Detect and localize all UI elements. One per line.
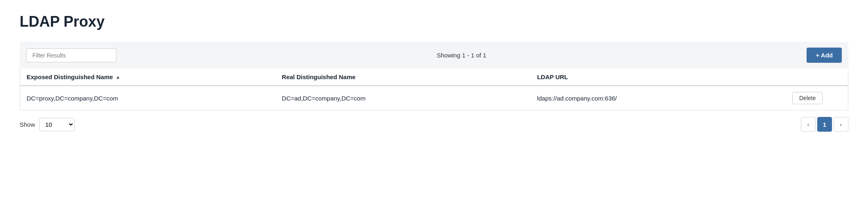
pagination-prev-button[interactable]: ‹ bbox=[801, 117, 816, 132]
cell-ldap-url: ldaps://ad.company.com:636/ bbox=[537, 95, 792, 102]
add-button[interactable]: + Add bbox=[807, 48, 842, 63]
col-header-ldap-url: LDAP URL bbox=[537, 73, 792, 80]
delete-button[interactable]: Delete bbox=[792, 92, 823, 104]
col-header-real-dn: Real Distinguished Name bbox=[282, 73, 537, 80]
sort-icon-exposed-dn[interactable]: ▲ bbox=[115, 74, 120, 80]
chevron-right-icon: › bbox=[840, 121, 842, 128]
page-title: LDAP Proxy bbox=[20, 13, 848, 30]
footer: Show 10 25 50 100 ‹ 1 › bbox=[20, 110, 848, 135]
chevron-left-icon: ‹ bbox=[807, 121, 809, 128]
cell-exposed-dn: DC=proxy,DC=company,DC=com bbox=[27, 95, 282, 102]
show-section: Show 10 25 50 100 bbox=[20, 118, 75, 131]
pagination-next-button[interactable]: › bbox=[834, 117, 848, 132]
table-header: Exposed Distinguished Name ▲ Real Distin… bbox=[20, 69, 848, 86]
toolbar: Showing 1 - 1 of 1 + Add bbox=[20, 42, 848, 69]
show-label: Show bbox=[20, 121, 35, 128]
pagination: ‹ 1 › bbox=[801, 117, 848, 132]
cell-real-dn: DC=ad,DC=company,DC=com bbox=[282, 95, 537, 102]
col-header-exposed-dn: Exposed Distinguished Name ▲ bbox=[27, 73, 282, 80]
show-select[interactable]: 10 25 50 100 bbox=[39, 118, 75, 131]
filter-input[interactable] bbox=[26, 48, 116, 62]
table-container: Exposed Distinguished Name ▲ Real Distin… bbox=[20, 69, 848, 110]
col-header-actions bbox=[792, 73, 841, 80]
table-row: DC=proxy,DC=company,DC=com DC=ad,DC=comp… bbox=[20, 86, 848, 110]
cell-actions: Delete bbox=[792, 92, 841, 104]
pagination-page-1-button[interactable]: 1 bbox=[817, 117, 832, 132]
showing-text: Showing 1 - 1 of 1 bbox=[437, 52, 486, 59]
